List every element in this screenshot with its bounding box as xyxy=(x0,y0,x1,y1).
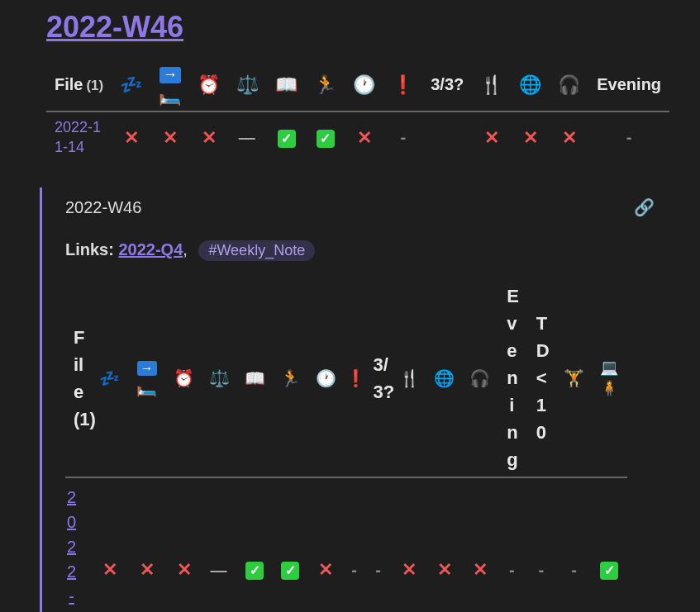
cell: ✕ xyxy=(127,477,166,612)
cell: ✕ xyxy=(511,111,550,163)
col-alarm: ⏰ xyxy=(166,279,202,477)
col-globe: 🌐 xyxy=(427,279,463,477)
col-laptop: 💻🧍 xyxy=(592,279,627,477)
col-clock: 🕐 xyxy=(345,59,383,111)
col-run: 🏃 xyxy=(273,279,308,477)
link-icon[interactable]: 🔗 xyxy=(634,197,655,217)
cell: ✓ xyxy=(273,477,308,612)
cell: ✓ xyxy=(306,111,345,163)
table-row: 2022-11-14 ✕ ✕ ✕ — ✓ ✓ ✕ - ✕ ✕ ✕ - xyxy=(46,111,669,163)
col-clock: 🕐 xyxy=(308,279,344,477)
col-weights: 🏋️ xyxy=(556,279,592,477)
page-title: 2022-W46 xyxy=(46,10,700,45)
cell: — xyxy=(202,477,237,612)
cell: ✕ xyxy=(189,111,228,163)
col-read: 📖 xyxy=(237,279,273,477)
cell: - xyxy=(498,477,526,612)
col-sleep-to-bed: →🛏️ xyxy=(150,59,189,111)
col-evening: Evening xyxy=(498,279,526,477)
col-urgent: ❗ xyxy=(344,279,365,477)
col-sleep-to-bed: →🛏️ xyxy=(127,279,166,477)
col-three-of-three: 3/3? xyxy=(422,59,472,111)
cell: - xyxy=(588,111,669,163)
cell: ✕ xyxy=(345,111,383,163)
col-food: 🍴 xyxy=(392,279,427,477)
quarter-link[interactable]: 2022-Q4 xyxy=(118,240,183,259)
cell: ✕ xyxy=(472,111,511,163)
col-food: 🍴 xyxy=(472,59,511,111)
cell: ✓ xyxy=(237,477,273,612)
file-link[interactable]: 2022-11 xyxy=(67,485,90,612)
cell: ✕ xyxy=(462,477,498,612)
cell: ✓ xyxy=(592,477,627,612)
embed-links-line: Links: 2022-Q4, #Weekly_Note xyxy=(65,240,684,261)
weekly-note-tag[interactable]: #Weekly_Note xyxy=(198,240,315,261)
cell: - xyxy=(383,111,422,163)
col-td-lt-10: TD<10 xyxy=(526,279,556,477)
habits-table-outer: File(1) 💤 →🛏️ ⏰ ⚖️ 📖 🏃 🕐 ❗ 3/3? 🍴 🌐 🎧 Ev… xyxy=(46,59,669,163)
col-sleep: 💤 xyxy=(112,59,150,111)
col-urgent: ❗ xyxy=(383,59,422,111)
col-headphones: 🎧 xyxy=(550,59,588,111)
habits-table-inner: File(1) 💤 →🛏️ ⏰ ⚖️ 📖 🏃 🕐 ❗ 3/3? 🍴 🌐 🎧 xyxy=(65,279,627,612)
col-run: 🏃 xyxy=(306,59,345,111)
file-link[interactable]: 2022-11-14 xyxy=(55,139,102,155)
col-evening: Evening xyxy=(588,59,669,111)
col-globe: 🌐 xyxy=(511,59,550,111)
col-alarm: ⏰ xyxy=(189,59,228,111)
cell: ✕ xyxy=(308,477,344,612)
cell: ✕ xyxy=(166,477,202,612)
col-three-of-three: 3/3? xyxy=(364,279,391,477)
cell: — xyxy=(228,111,267,163)
cell xyxy=(422,111,472,163)
col-balance: ⚖️ xyxy=(202,279,237,477)
cell: ✕ xyxy=(392,477,427,612)
col-read: 📖 xyxy=(267,59,306,111)
cell: ✕ xyxy=(150,111,189,163)
col-file: File(1) xyxy=(46,59,112,111)
cell: ✕ xyxy=(427,477,463,612)
col-balance: ⚖️ xyxy=(228,59,267,111)
cell: ✕ xyxy=(92,477,127,612)
col-sleep: 💤 xyxy=(92,279,127,477)
embed-title: 2022-W46 xyxy=(65,198,141,217)
cell: - xyxy=(526,477,556,612)
cell: - xyxy=(556,477,592,612)
page-title-link[interactable]: 2022-W46 xyxy=(46,10,183,44)
cell: ✕ xyxy=(550,111,588,163)
cell: ✓ xyxy=(267,111,306,163)
cell: ✕ xyxy=(112,111,150,163)
cell: - xyxy=(344,477,365,612)
col-file: File(1) xyxy=(65,279,92,477)
table-row: 2022-11 ✕ ✕ ✕ — ✓ ✓ ✕ - - ✕ ✕ ✕ - - - xyxy=(65,477,627,612)
cell: - xyxy=(364,477,391,612)
embedded-note: 2022-W46 🔗 Links: 2022-Q4, #Weekly_Note … xyxy=(40,187,684,612)
col-headphones: 🎧 xyxy=(462,279,498,477)
